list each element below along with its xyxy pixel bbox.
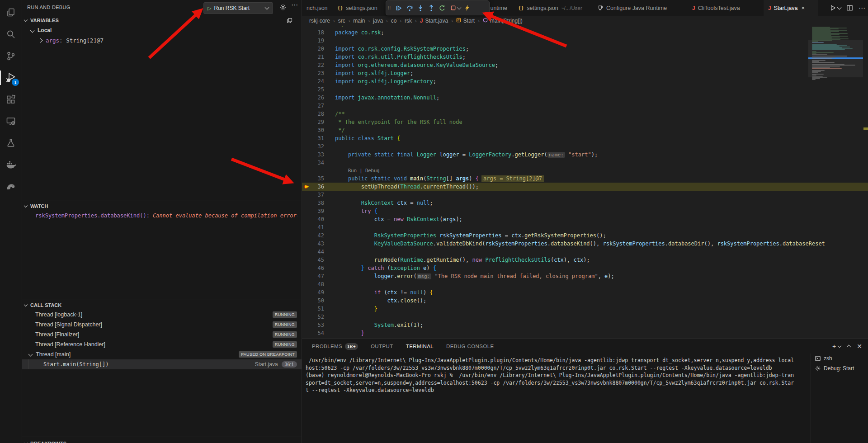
breadcrumb-item[interactable]: java — [373, 18, 383, 24]
breadcrumb-item[interactable]: src — [338, 18, 345, 24]
line-number[interactable]: 18 — [302, 28, 324, 37]
debug-settings-gear-icon[interactable] — [279, 4, 287, 11]
hot-code-replace-button[interactable] — [462, 2, 472, 14]
breadcrumb-item[interactable]: Start — [456, 18, 475, 24]
more-actions-icon[interactable]: ⋯ — [859, 4, 866, 12]
breadcrumb-item[interactable]: JStart.java — [420, 18, 448, 24]
line-number[interactable]: 54 — [302, 329, 324, 337]
tab-settings-json[interactable]: {}settings.json~/.../User — [514, 0, 593, 16]
breadcrumb-item[interactable]: rskj-core — [309, 18, 330, 24]
terminal-output[interactable]: /usr/bin/env /Library/Internet\ Plug-Ins… — [306, 357, 803, 394]
breakpoint-current-line-icon[interactable] — [304, 184, 311, 190]
run-file-button[interactable] — [830, 5, 841, 11]
maximize-panel-icon[interactable] — [847, 344, 850, 349]
variables-section-header[interactable]: VARIABLES — [22, 15, 302, 25]
source-control-icon[interactable] — [0, 45, 22, 67]
breadcrumb-item[interactable]: main — [353, 18, 365, 24]
call-stack-thread-row[interactable]: Thread [Finalizer]RUNNING — [22, 330, 302, 339]
line-number[interactable]: 42 — [302, 231, 324, 240]
search-icon[interactable] — [0, 24, 22, 45]
code-editor[interactable]: 17 */18package co.rsk;1920import co.rsk.… — [302, 26, 868, 338]
line-number[interactable]: 38 — [302, 199, 324, 207]
terminal-tab-debug-start[interactable]: Debug: Start — [811, 363, 868, 373]
call-stack-section-header[interactable]: CALL STACK — [22, 300, 302, 310]
line-number[interactable]: 31 — [302, 134, 324, 142]
watch-section-header[interactable]: WATCH — [22, 201, 302, 211]
breadcrumb-item[interactable]: rsk — [405, 18, 412, 24]
call-stack-thread-row[interactable]: Thread [logback-1]RUNNING — [22, 310, 302, 320]
panel-tab-output[interactable]: OUTPUT — [371, 339, 393, 354]
line-number[interactable]: 23 — [302, 69, 324, 77]
tab-clitoolstest-java[interactable]: JCliToolsTest.java — [688, 0, 764, 16]
line-number[interactable]: 47 — [302, 272, 324, 280]
close-icon[interactable]: × — [802, 5, 805, 11]
extensions-icon[interactable] — [0, 89, 22, 110]
call-stack-frame-row[interactable]: Start.main(String[]) Start.java 36:1 — [22, 359, 302, 369]
run-and-debug-icon[interactable]: 1 — [0, 67, 22, 89]
line-number[interactable]: 48 — [302, 280, 324, 288]
panel-tab-terminal[interactable]: TERMINAL — [406, 339, 434, 354]
tab-nch-json[interactable]: nch.json — [302, 0, 333, 16]
drag-handle-icon[interactable]: ⁞⁞ — [388, 7, 393, 9]
explorer-icon[interactable] — [0, 2, 22, 24]
line-number[interactable]: 21 — [302, 53, 324, 61]
line-number[interactable]: 30 — [302, 126, 324, 134]
line-number[interactable]: 44 — [302, 248, 324, 256]
line-number[interactable]: 28 — [302, 110, 324, 118]
line-number[interactable]: 45 — [302, 256, 324, 264]
stop-button[interactable] — [448, 2, 458, 14]
line-number[interactable]: 25 — [302, 85, 324, 94]
variable-row-args[interactable]: args : String[2]@7 — [39, 35, 104, 45]
line-number[interactable]: 49 — [302, 288, 324, 297]
gradle-elephant-icon[interactable] — [0, 175, 22, 197]
call-stack-thread-row[interactable]: Thread [Reference Handler]RUNNING — [22, 339, 302, 349]
line-number[interactable]: 29 — [302, 118, 324, 126]
new-terminal-button[interactable]: + — [832, 343, 841, 350]
split-editor-icon[interactable] — [846, 5, 853, 11]
call-stack-thread-row[interactable]: Thread [main]PAUSED ON BREAKPOINT — [22, 349, 302, 359]
watch-row[interactable]: rskSystemProperties.databaseKind(): Cann… — [35, 211, 297, 221]
variables-scope-local[interactable]: Local — [31, 25, 52, 35]
line-number[interactable]: 27 — [302, 102, 324, 110]
docker-icon[interactable] — [0, 154, 22, 175]
line-number[interactable]: 20 — [302, 45, 324, 53]
line-number[interactable]: 37 — [302, 191, 324, 199]
tab-start-java[interactable]: JStart.java× — [764, 0, 818, 16]
line-number[interactable]: 41 — [302, 223, 324, 231]
line-number[interactable]: 50 — [302, 297, 324, 305]
remote-explorer-icon[interactable] — [0, 110, 22, 132]
line-number[interactable]: 46 — [302, 264, 324, 272]
line-number[interactable]: 43 — [302, 240, 324, 248]
line-number[interactable]: 39 — [302, 207, 324, 215]
breakpoints-section[interactable]: BREAKPOINTS — [22, 437, 302, 443]
breadcrumb-item[interactable]: co — [391, 18, 397, 24]
line-number[interactable]: 52 — [302, 313, 324, 321]
panel-tab-problems[interactable]: PROBLEMS1K+ — [312, 339, 358, 354]
minimap[interactable] — [808, 26, 863, 338]
tab-settings-json[interactable]: {}settings.json — [333, 0, 393, 16]
call-stack-thread-row[interactable]: Thread [Signal Dispatcher]RUNNING — [22, 320, 302, 330]
panel-tab-debug-console[interactable]: DEBUG CONSOLE — [446, 339, 494, 354]
line-number[interactable]: 35 — [302, 174, 324, 183]
line-number[interactable]: 19 — [302, 37, 324, 45]
step-out-button[interactable] — [426, 2, 437, 14]
line-number[interactable]: 53 — [302, 321, 324, 329]
debug-config-dropdown[interactable]: ▷ Run RSK Start — [203, 2, 273, 14]
editor-scrollbar[interactable] — [863, 26, 868, 338]
line-number[interactable]: 22 — [302, 61, 324, 69]
line-number[interactable]: 33 — [302, 151, 324, 159]
close-panel-icon[interactable]: ✕ — [857, 343, 862, 350]
more-actions-icon[interactable]: ⋯ — [291, 1, 298, 9]
continue-button[interactable] — [393, 2, 404, 14]
line-number[interactable]: 51 — [302, 305, 324, 313]
line-number[interactable]: 26 — [302, 94, 324, 102]
line-number[interactable]: 34 — [302, 159, 324, 167]
step-into-button[interactable] — [415, 2, 426, 14]
testing-beaker-icon[interactable] — [0, 132, 22, 154]
restart-button[interactable] — [437, 2, 448, 14]
line-number[interactable]: 32 — [302, 142, 324, 151]
line-number[interactable]: 40 — [302, 215, 324, 223]
breadcrumb-item[interactable]: main(String[]) — [483, 18, 523, 24]
terminal-tab-zsh[interactable]: zsh — [811, 353, 868, 363]
tab-configure-java-runtime[interactable]: Configure Java Runtime — [593, 0, 688, 16]
